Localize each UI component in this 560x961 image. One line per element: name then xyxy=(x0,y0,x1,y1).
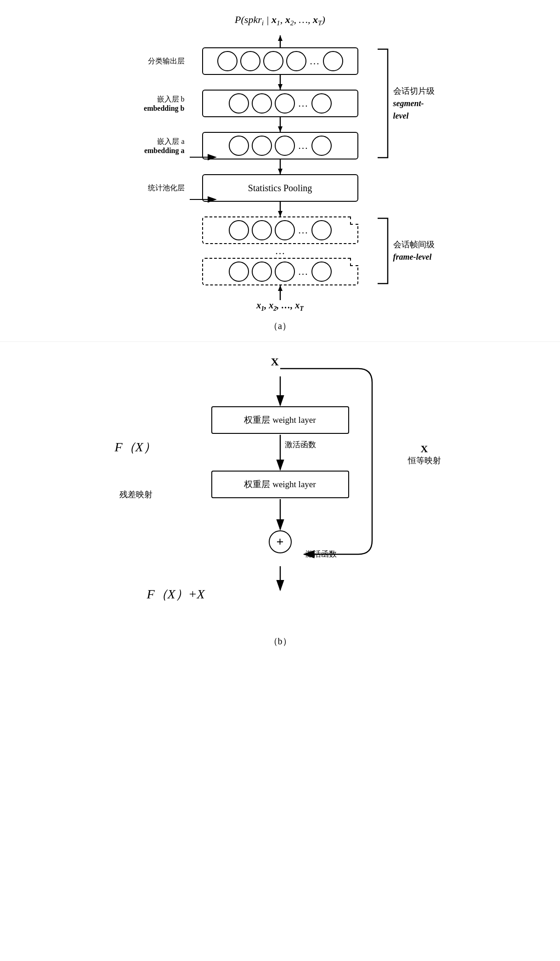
part-a: P(spkri | x1, x2, …, xT) 分类输出层 嵌入层 b emb… xyxy=(0,0,560,341)
neuron xyxy=(275,93,295,114)
layers-area: 分类输出层 嵌入层 b embedding b 嵌入层 a embedding … xyxy=(92,47,469,313)
neuron xyxy=(311,93,332,114)
result-formula: F（X）+X xyxy=(147,586,205,603)
svg-marker-3 xyxy=(278,84,283,90)
segment-bracket-svg xyxy=(376,47,390,159)
part-b-inner: X 权重层 weight layer 激活函数 权重层 weight layer… xyxy=(92,351,469,627)
layer-dots: … xyxy=(275,244,285,258)
left-labels: 分类输出层 嵌入层 b embedding b 嵌入层 a embedding … xyxy=(96,47,193,313)
weight-layer-2: 权重层 weight layer xyxy=(211,471,349,498)
activation-label-2: 激活函数 xyxy=(305,549,337,559)
residual-label: 残差映射 xyxy=(119,489,153,500)
top-formula: P(spkri | x1, x2, …, xT) xyxy=(235,14,325,27)
frame-layer-1-box: … xyxy=(202,216,358,244)
fx-label: F（X） xyxy=(115,438,156,456)
weight-layer-2-text: 权重层 weight layer xyxy=(244,478,316,490)
embed-b-text: 嵌入层 b xyxy=(157,95,185,104)
stats-pooling-text: 统计池化层 xyxy=(148,183,185,193)
neuron xyxy=(311,136,332,156)
weight-layer-1: 权重层 weight layer xyxy=(211,406,349,434)
neuron xyxy=(275,220,295,240)
svg-marker-5 xyxy=(278,126,283,132)
neuron xyxy=(229,93,249,114)
neuron xyxy=(252,93,272,114)
stats-pooling-label: 统计池化层 xyxy=(148,174,185,202)
center-layers: … … xyxy=(193,47,368,313)
weight-layer-2-box: 权重层 weight layer xyxy=(211,471,349,498)
x-top-label: X xyxy=(271,356,279,368)
part-a-caption: （a） xyxy=(269,320,291,332)
embed-a-labels: 嵌入层 a embedding a xyxy=(144,132,185,159)
part-b-caption: （b） xyxy=(269,635,292,648)
output-layer-text: 分类输出层 xyxy=(148,57,185,66)
arrow-1 xyxy=(273,75,287,90)
neuron xyxy=(240,51,260,71)
activation-label-1: 激活函数 xyxy=(285,439,316,450)
neuron xyxy=(252,262,272,282)
dots: … xyxy=(298,97,308,109)
dots: … xyxy=(298,266,308,278)
stats-pooling-content: Statistics Pooling xyxy=(248,183,312,193)
identity-text: 恒等映射 xyxy=(408,455,441,466)
embed-b-subtext: embedding b xyxy=(144,104,184,113)
dots: … xyxy=(298,140,308,152)
plus-circle-container: + xyxy=(269,530,292,553)
stats-pooling-box: Statistics Pooling xyxy=(202,174,358,202)
neuron xyxy=(252,136,272,156)
embed-a-text: 嵌入层 a xyxy=(157,137,184,147)
bottom-formula: x1, x2, …, xT xyxy=(256,300,304,313)
neuron xyxy=(252,220,272,240)
identity-label: X 恒等映射 xyxy=(408,443,441,466)
arrow-5 xyxy=(273,285,287,300)
part-b: X 权重层 weight layer 激活函数 权重层 weight layer… xyxy=(0,341,560,648)
neuron xyxy=(229,136,249,156)
arrow-3 xyxy=(273,159,287,174)
embed-b-layer-box: … xyxy=(202,90,358,117)
segment-bracket: 会话切片级 segment- level xyxy=(376,47,435,159)
weight-layer-1-box: 权重层 weight layer xyxy=(211,406,349,434)
svg-marker-11 xyxy=(278,285,283,291)
neuron xyxy=(323,51,343,71)
weight-layer-1-text: 权重层 weight layer xyxy=(244,414,316,426)
svg-marker-9 xyxy=(278,211,283,216)
neuron xyxy=(275,262,295,282)
neuron xyxy=(275,136,295,156)
embed-a-subtext: embedding a xyxy=(144,147,185,155)
neuron xyxy=(217,51,238,71)
output-layer-box: … xyxy=(202,47,358,75)
embed-a-layer-box: … xyxy=(202,132,358,159)
frame-label: 会话帧间级 frame-level xyxy=(393,239,435,263)
neuron xyxy=(286,51,306,71)
dots: … xyxy=(298,224,308,236)
neuron xyxy=(229,262,249,282)
embed-b-labels: 嵌入层 b embedding b xyxy=(144,90,184,117)
frame-bracket: 会话帧间级 frame-level xyxy=(376,216,435,285)
diagram-container: P(spkri | x1, x2, …, xT) 分类输出层 嵌入层 b emb… xyxy=(0,0,560,648)
arrow-2 xyxy=(273,117,287,132)
svg-marker-1 xyxy=(278,35,283,41)
frame-bracket-svg xyxy=(376,216,390,285)
right-labels: 会话切片级 segment- level 会话帧间级 frame-level xyxy=(368,47,464,313)
output-layer-label: 分类输出层 xyxy=(148,47,185,75)
neuron xyxy=(311,220,332,240)
neuron xyxy=(311,262,332,282)
arrow-4 xyxy=(273,202,287,216)
neuron xyxy=(229,220,249,240)
segment-label: 会话切片级 segment- level xyxy=(393,85,435,122)
arrow-output-up xyxy=(273,35,287,47)
svg-marker-7 xyxy=(278,169,283,174)
plus-circle: + xyxy=(269,530,292,553)
neuron xyxy=(263,51,283,71)
frame-layer-2-box: … xyxy=(202,258,358,285)
identity-x: X xyxy=(408,443,441,455)
dots: … xyxy=(310,55,320,67)
